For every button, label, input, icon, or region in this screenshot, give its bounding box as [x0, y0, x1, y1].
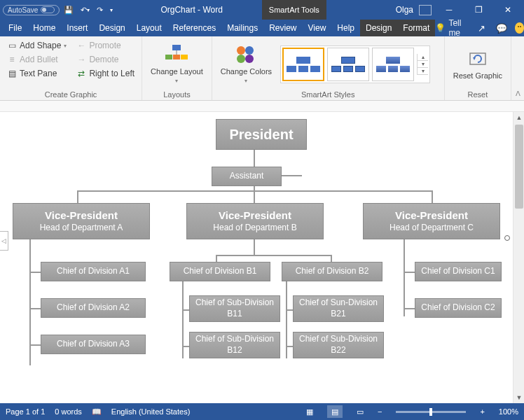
- connector: [29, 308, 41, 309]
- comments-icon[interactable]: 💬: [495, 20, 508, 36]
- node-president[interactable]: President: [216, 119, 307, 150]
- autosave-toggle[interactable]: AutoSave: [3, 5, 60, 15]
- node-c2[interactable]: Chief of Division C2: [415, 298, 502, 318]
- node-vp-b[interactable]: Vice-President Head of Department B: [186, 203, 324, 239]
- restore-button[interactable]: ❐: [467, 0, 490, 20]
- promote-icon: ←: [76, 41, 86, 50]
- share-icon[interactable]: ↗: [476, 20, 488, 36]
- ribbon-display-icon[interactable]: [419, 5, 432, 15]
- reset-icon: [467, 48, 489, 70]
- svg-rect-3: [181, 55, 188, 59]
- language-indicator[interactable]: English (United States): [111, 407, 191, 416]
- node-b22[interactable]: Chief of Sub-Division B22: [293, 332, 384, 358]
- close-button[interactable]: ✕: [496, 0, 520, 20]
- zoom-out-button[interactable]: −: [378, 407, 382, 416]
- svg-rect-0: [172, 45, 181, 50]
- svg-point-7: [237, 55, 245, 63]
- org-chart[interactable]: President Assistant Vice-President Head …: [7, 116, 507, 399]
- style-option-1[interactable]: [282, 48, 324, 81]
- zoom-slider[interactable]: [396, 411, 466, 413]
- ribbon: ▭Add Shape ▾ ≡Add Bullet ▤Text Pane ←Pro…: [0, 36, 524, 101]
- save-button[interactable]: 💾: [61, 3, 76, 17]
- page-canvas[interactable]: ◁: [0, 112, 524, 403]
- styles-gallery: ▴▾▾: [280, 46, 430, 83]
- style-option-3[interactable]: [372, 48, 414, 81]
- context-tab-header: SmartArt Tools: [262, 0, 326, 20]
- read-mode-button[interactable]: ▦: [302, 405, 317, 418]
- feedback-icon[interactable]: [515, 22, 524, 34]
- qat-customize[interactable]: ▾: [107, 3, 116, 17]
- web-layout-button[interactable]: ▭: [352, 405, 368, 418]
- text-pane-handle[interactable]: ◁: [0, 231, 8, 251]
- group-label-create: Create Graphic: [4, 89, 137, 99]
- tab-file[interactable]: File: [3, 20, 27, 36]
- node-vp-a[interactable]: Vice-President Head of Department A: [13, 203, 150, 239]
- minimize-button[interactable]: ─: [437, 0, 461, 20]
- node-a1[interactable]: Chief of Division A1: [41, 262, 146, 281]
- right-to-left-button[interactable]: ⇄Right to Left: [74, 67, 137, 80]
- node-b11[interactable]: Chief of Sub-Division B11: [189, 295, 280, 322]
- tab-insert[interactable]: Insert: [61, 20, 93, 36]
- add-shape-icon: ▭: [7, 41, 17, 50]
- tab-help[interactable]: Help: [331, 20, 360, 36]
- connector: [404, 239, 405, 316]
- tab-smartart-design[interactable]: Design: [360, 20, 397, 36]
- change-layout-button[interactable]: Change Layout▾: [146, 39, 207, 89]
- ruler[interactable]: [0, 101, 524, 112]
- node-a3[interactable]: Chief of Division A3: [41, 335, 146, 354]
- tab-mailings[interactable]: Mailings: [221, 20, 263, 36]
- reset-graphic-button[interactable]: Reset Graphic: [449, 39, 506, 89]
- scroll-down-icon[interactable]: ▼: [513, 392, 524, 403]
- toggle-switch-icon: [41, 6, 55, 13]
- word-count[interactable]: 0 words: [55, 407, 82, 416]
- text-pane-button[interactable]: ▤Text Pane: [4, 67, 69, 80]
- autosave-label: AutoSave: [8, 6, 38, 14]
- connector: [404, 308, 415, 309]
- add-bullet-button[interactable]: ≡Add Bullet: [4, 53, 69, 66]
- quick-access-toolbar: AutoSave 💾 ↶▾ ↷ ▾: [0, 3, 118, 17]
- change-layout-icon: [165, 43, 188, 66]
- connector: [254, 239, 255, 255]
- node-a2[interactable]: Chief of Division A2: [41, 298, 146, 318]
- node-b2[interactable]: Chief of Division B2: [282, 262, 382, 281]
- save-icon: 💾: [64, 6, 74, 15]
- node-c1[interactable]: Chief of Division C1: [415, 262, 502, 281]
- tab-smartart-format[interactable]: Format: [397, 20, 435, 36]
- node-b12[interactable]: Chief of Sub-Division B12: [189, 332, 280, 358]
- node-vp-c[interactable]: Vice-President Head of Department C: [363, 203, 500, 239]
- svg-point-8: [245, 55, 254, 63]
- print-layout-button[interactable]: ▤: [327, 405, 343, 418]
- undo-button[interactable]: ↶▾: [78, 3, 92, 17]
- page-indicator[interactable]: Page 1 of 1: [6, 407, 45, 416]
- tab-home[interactable]: Home: [27, 20, 61, 36]
- tab-layout[interactable]: Layout: [131, 20, 167, 36]
- gallery-more[interactable]: ▴▾▾: [417, 54, 428, 75]
- connector: [404, 272, 415, 273]
- vertical-scrollbar[interactable]: ▲ ▼: [513, 112, 524, 403]
- tab-references[interactable]: References: [167, 20, 221, 36]
- node-assistant[interactable]: Assistant: [212, 167, 282, 186]
- redo-icon: ↷: [97, 6, 103, 15]
- group-layouts: Change Layout▾ Layouts: [142, 36, 212, 100]
- tab-view[interactable]: View: [303, 20, 332, 36]
- promote-button[interactable]: ←Promote: [74, 39, 137, 52]
- node-b21[interactable]: Chief of Sun-Division B21: [293, 295, 384, 322]
- add-shape-button[interactable]: ▭Add Shape ▾: [4, 39, 69, 52]
- style-option-2[interactable]: [327, 48, 369, 81]
- zoom-in-button[interactable]: +: [480, 407, 484, 416]
- scrollbar-thumb[interactable]: [515, 125, 523, 209]
- demote-button[interactable]: →Demote: [74, 53, 137, 66]
- scroll-up-icon[interactable]: ▲: [513, 112, 524, 123]
- tab-review[interactable]: Review: [263, 20, 302, 36]
- node-b1[interactable]: Chief of Division B1: [170, 262, 270, 281]
- tab-design[interactable]: Design: [93, 20, 130, 36]
- change-colors-button[interactable]: Change Colors▾: [216, 42, 276, 86]
- group-smartart-styles: Change Colors▾ ▴▾▾ SmartArt Styles: [212, 36, 445, 100]
- tell-me-search[interactable]: 💡 Tell me: [435, 18, 468, 38]
- spellcheck-icon[interactable]: 📖: [92, 407, 102, 416]
- vp-title: Vice-President: [45, 209, 118, 223]
- redo-button[interactable]: ↷: [94, 3, 106, 17]
- zoom-level[interactable]: 100%: [499, 407, 518, 416]
- collapse-ribbon-button[interactable]: ᐱ: [511, 36, 524, 100]
- user-name[interactable]: Olga: [396, 5, 413, 15]
